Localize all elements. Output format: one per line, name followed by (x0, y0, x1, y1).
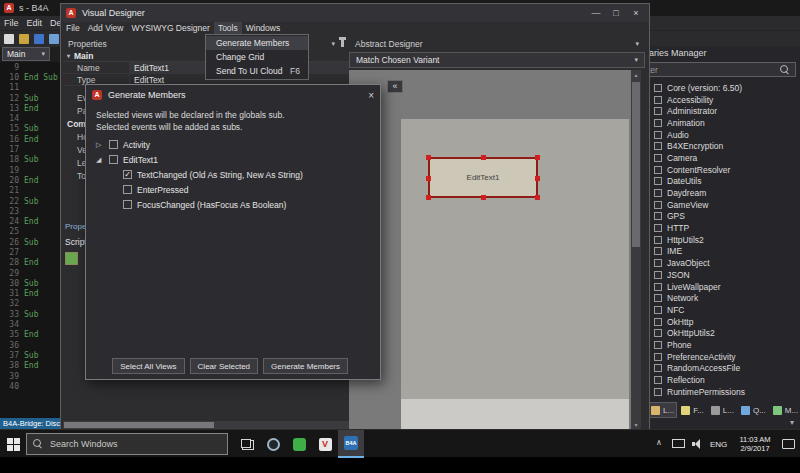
tray-expand-icon[interactable]: ∧ (656, 438, 662, 447)
library-filter-input[interactable]: Filter (634, 62, 796, 77)
pin-icon[interactable] (341, 40, 344, 47)
edittext-view[interactable]: EditText1 (428, 157, 538, 198)
library-item[interactable]: NFC (634, 304, 798, 316)
designer-menu-file[interactable]: File (62, 22, 84, 35)
event-item-textchanged-old-as-string-new-as-string[interactable]: ✓TextChanged (Old As String, New As Stri… (96, 167, 303, 182)
language-indicator[interactable]: ENG (710, 440, 727, 449)
library-checkbox[interactable] (654, 318, 662, 326)
horizontal-scrollbar[interactable] (63, 421, 349, 429)
library-item[interactable]: Reflection (634, 374, 798, 386)
resize-handle[interactable] (535, 176, 540, 181)
open-project-icon[interactable] (19, 34, 29, 44)
menu-item-send-to-ui-cloud[interactable]: Send To UI CloudF6 (206, 64, 308, 78)
maximize-icon[interactable]: □ (607, 4, 625, 22)
library-checkbox[interactable] (654, 107, 662, 115)
taskbar-app-2[interactable] (286, 430, 312, 458)
chevron-down-icon[interactable]: ▾ (331, 40, 335, 48)
taskbar-app-3[interactable]: V (312, 430, 338, 458)
close-icon[interactable]: × (368, 90, 374, 101)
code-editor[interactable]: 910End Sub1112Sub13End1415Sub16End1718Su… (0, 62, 62, 418)
checkbox[interactable] (123, 185, 132, 194)
expander-icon[interactable]: ◢ (96, 156, 104, 164)
library-checkbox[interactable] (654, 212, 662, 220)
library-checkbox[interactable] (654, 259, 662, 267)
module-tab-main[interactable]: Main ▾ (2, 47, 50, 61)
resize-handle[interactable] (426, 176, 431, 181)
library-item[interactable]: HTTP (634, 222, 798, 234)
library-checkbox[interactable] (654, 177, 662, 185)
taskbar-clock[interactable]: 11:03 AM 2/9/2017 (731, 435, 779, 453)
library-checkbox[interactable] (654, 271, 662, 279)
scroll-up-icon[interactable]: ▴ (631, 71, 641, 78)
library-checkbox[interactable] (654, 166, 662, 174)
library-checkbox[interactable] (654, 341, 662, 349)
library-item[interactable]: OkHttp (634, 316, 798, 328)
resize-handle[interactable] (426, 195, 431, 200)
collapse-left-icon[interactable]: « (387, 80, 403, 93)
checkbox[interactable] (123, 200, 132, 209)
library-checkbox[interactable] (654, 306, 662, 314)
designer-canvas[interactable]: « EditText1 ▴ ▾ (349, 70, 641, 429)
library-checkbox[interactable] (654, 247, 662, 255)
library-checkbox[interactable] (654, 294, 662, 302)
select-all-views-button[interactable]: Select All Views (112, 358, 184, 374)
dialog-titlebar[interactable]: A Generate Members × (86, 85, 380, 105)
library-item[interactable]: Network (634, 292, 798, 304)
library-item[interactable]: JSON (634, 269, 798, 281)
event-item-enterpressed[interactable]: EnterPressed (96, 182, 303, 197)
phone-variant-surface[interactable]: EditText1 (401, 119, 629, 429)
library-item[interactable]: JavaObject (634, 257, 798, 269)
libraries-tab[interactable]: L... (648, 402, 677, 418)
tree-node-activity[interactable]: ▷Activity (96, 137, 303, 152)
save-all-icon[interactable] (49, 34, 59, 44)
library-checkbox[interactable] (654, 388, 662, 396)
logs-tab[interactable]: L... (708, 402, 737, 418)
generate-members-button[interactable]: Generate Members (263, 358, 348, 374)
resize-handle[interactable] (535, 155, 540, 160)
library-checkbox[interactable] (654, 154, 662, 162)
library-item[interactable]: IME (634, 246, 798, 258)
chevron-down-icon[interactable]: ▾ (635, 40, 639, 48)
library-item[interactable]: OkHttpUtils2 (634, 327, 798, 339)
files-tab[interactable]: F... (678, 402, 707, 418)
library-item[interactable]: HttpUtils2 (634, 234, 798, 246)
new-module-icon[interactable] (4, 34, 14, 44)
canvas-scrollbar[interactable]: ▴ ▾ (631, 70, 641, 429)
taskbar-app-1[interactable] (260, 430, 286, 458)
library-item[interactable]: GPS (634, 211, 798, 223)
task-view-button[interactable] (234, 430, 260, 458)
event-item-focuschanged-hasfocus-as-boolean[interactable]: FocusChanged (HasFocus As Boolean) (96, 197, 303, 212)
library-item[interactable]: Audio (634, 129, 798, 141)
library-item[interactable]: Camera (634, 152, 798, 164)
expander-icon[interactable]: ▷ (96, 141, 104, 149)
library-item[interactable]: RandomAccessFile (634, 363, 798, 375)
library-item[interactable]: ContentResolver (634, 164, 798, 176)
library-item[interactable]: LiveWallpaper (634, 281, 798, 293)
designer-menu-add-view[interactable]: Add View (84, 22, 128, 35)
library-checkbox[interactable] (654, 364, 662, 372)
checkbox[interactable] (109, 155, 118, 164)
library-checkbox[interactable] (654, 96, 662, 104)
taskbar-app-b4a[interactable]: B4A (338, 430, 364, 458)
library-item[interactable]: PreferenceActivity (634, 351, 798, 363)
resize-handle[interactable] (481, 155, 486, 160)
save-icon[interactable] (34, 34, 44, 44)
library-checkbox[interactable] (654, 142, 662, 150)
menu-item-generate-members[interactable]: Generate Members (206, 36, 308, 50)
modules-tab[interactable]: M... (770, 402, 800, 418)
library-item[interactable]: GameView (634, 199, 798, 211)
menu-item-change-grid[interactable]: Change Grid (206, 50, 308, 64)
minimize-icon[interactable]: — (587, 4, 605, 22)
start-button[interactable] (0, 430, 26, 458)
search-tab[interactable]: Q... (738, 402, 769, 418)
library-item[interactable]: Core (version: 6.50) (634, 82, 798, 94)
taskbar-search-input[interactable]: Search Windows (26, 433, 228, 455)
library-checkbox[interactable] (654, 189, 662, 197)
library-item[interactable]: Accessibility (634, 94, 798, 106)
library-checkbox[interactable] (654, 201, 662, 209)
library-item[interactable]: Phone (634, 339, 798, 351)
library-checkbox[interactable] (654, 131, 662, 139)
designer-titlebar[interactable]: A Visual Designer — □ × (61, 4, 649, 22)
action-center-icon[interactable] (782, 439, 795, 449)
clear-selected-button[interactable]: Clear Selected (190, 358, 258, 374)
